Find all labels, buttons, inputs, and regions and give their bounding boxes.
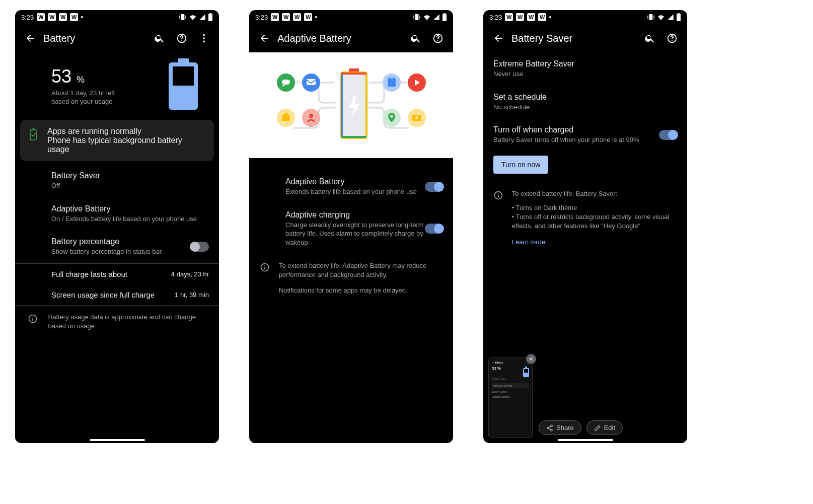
svg-point-34 bbox=[390, 115, 393, 118]
help-icon bbox=[176, 33, 187, 44]
adaptive-battery-toggle[interactable] bbox=[425, 182, 443, 192]
battery-saver-item[interactable]: Battery Saver Off bbox=[15, 164, 219, 197]
screen-usage-label: Screen usage since full charge bbox=[51, 291, 175, 299]
w-icon: W bbox=[293, 13, 301, 21]
full-charge-row[interactable]: Full charge lasts about 4 days, 23 hr bbox=[15, 264, 219, 284]
search-icon bbox=[644, 33, 655, 44]
adaptive-battery-screen: 3:23 W W W W Adaptive Battery bbox=[249, 10, 453, 443]
search-button[interactable] bbox=[149, 27, 171, 49]
more-dot-icon bbox=[81, 16, 83, 18]
battery-status-icon bbox=[208, 13, 213, 21]
wifi-icon bbox=[657, 13, 665, 21]
battery-settings-screen: 3:23 W W W W Battery bbox=[15, 10, 219, 443]
overflow-button[interactable] bbox=[193, 27, 215, 49]
arrow-back-icon bbox=[259, 33, 270, 44]
percentage-sub: Show battery percentage in status bar bbox=[51, 247, 191, 256]
svg-point-1 bbox=[181, 40, 182, 41]
battery-info-text: Battery usage data is approximate and ca… bbox=[48, 313, 209, 331]
adaptive-battery-item[interactable]: Adaptive Battery On / Extends battery li… bbox=[15, 197, 219, 231]
adaptive-info-footer: To extend battery life, Adaptive Battery… bbox=[249, 254, 453, 302]
more-dot-icon bbox=[549, 16, 551, 18]
search-button[interactable] bbox=[639, 27, 661, 49]
svg-rect-30 bbox=[389, 78, 391, 80]
full-charge-label: Full charge lasts about bbox=[51, 270, 171, 278]
help-icon bbox=[432, 33, 444, 44]
app-bar: Battery Saver bbox=[483, 24, 687, 52]
adaptive-battery-item[interactable]: Adaptive Battery Extends battery life ba… bbox=[249, 170, 453, 203]
help-button[interactable] bbox=[171, 27, 193, 49]
svg-point-8 bbox=[32, 316, 33, 317]
adaptive-sub: On / Extends battery life based on your … bbox=[51, 214, 209, 224]
screen-usage-value: 1 hr, 39 min bbox=[175, 291, 209, 299]
svg-rect-25 bbox=[284, 113, 287, 115]
back-button[interactable] bbox=[19, 27, 41, 49]
saver-info-bullet2: • Turns off or restricts background acti… bbox=[512, 212, 677, 231]
back-button[interactable] bbox=[487, 27, 509, 49]
battery-estimate-line2: based on your usage bbox=[51, 98, 169, 106]
nav-pill[interactable] bbox=[558, 439, 613, 441]
status-bar: 3:23 W W W W bbox=[483, 10, 687, 24]
battery-saver-screen: 3:23 W W W W Battery Saver Extreme Batte… bbox=[483, 10, 687, 443]
screenshot-close-button[interactable] bbox=[526, 354, 536, 364]
w-icon: W bbox=[516, 13, 524, 21]
vibrate-icon bbox=[179, 13, 187, 21]
nav-pill[interactable] bbox=[90, 439, 145, 441]
share-chip[interactable]: Share bbox=[539, 420, 581, 435]
screenshot-thumbnail[interactable]: ← Battery 53 % About 1 day... Apps are r… bbox=[488, 357, 533, 438]
adaptive-hero-illustration bbox=[249, 52, 453, 158]
extreme-saver-item[interactable]: Extreme Battery Saver Never use bbox=[483, 52, 687, 86]
percent-sign: % bbox=[77, 75, 85, 85]
signal-icon bbox=[433, 14, 440, 21]
battery-saver-sub: Off bbox=[51, 181, 209, 190]
adaptive-charging-sub: Charge steadily overnight to preserve lo… bbox=[285, 221, 425, 247]
turnoff-charged-item[interactable]: Turn off when charged Battery Saver turn… bbox=[483, 118, 687, 152]
apps-normal-card[interactable]: Apps are running normally Phone has typi… bbox=[20, 120, 214, 161]
battery-large-icon bbox=[169, 62, 198, 110]
battery-percent-value: 53 bbox=[51, 66, 71, 87]
signal-icon bbox=[199, 14, 206, 21]
battery-percentage-toggle[interactable] bbox=[191, 242, 209, 252]
turnoff-charged-toggle[interactable] bbox=[659, 130, 677, 140]
status-time: 3:23 bbox=[255, 14, 268, 21]
learn-more-link[interactable]: Learn more bbox=[512, 238, 677, 247]
search-button[interactable] bbox=[405, 27, 427, 49]
arrow-back-icon bbox=[493, 33, 504, 44]
w-icon: W bbox=[304, 13, 312, 21]
w-icon: W bbox=[282, 13, 290, 21]
battery-percentage-item[interactable]: Battery percentage Show battery percenta… bbox=[15, 230, 219, 263]
svg-rect-24 bbox=[282, 115, 290, 121]
help-icon bbox=[667, 33, 678, 44]
turnoff-title: Turn off when charged bbox=[493, 125, 659, 134]
back-button[interactable] bbox=[253, 27, 275, 49]
page-title: Battery bbox=[41, 33, 149, 44]
adaptive-info-text2: Notifications for some apps may be delay… bbox=[279, 286, 443, 295]
adaptive-charging-item[interactable]: Adaptive charging Charge steadily overni… bbox=[249, 203, 453, 254]
full-charge-value: 4 days, 23 hr bbox=[171, 270, 209, 278]
saver-info-footer: To extend battery life, Battery Saver: •… bbox=[483, 182, 687, 254]
svg-point-42 bbox=[672, 40, 672, 41]
svg-point-40 bbox=[265, 265, 266, 266]
svg-line-52 bbox=[549, 428, 551, 429]
saver-info-head: To extend battery life, Battery Saver: bbox=[512, 189, 677, 198]
schedule-item[interactable]: Set a schedule No schedule bbox=[483, 86, 687, 119]
share-label: Share bbox=[556, 424, 574, 431]
svg-rect-20 bbox=[282, 80, 290, 85]
turn-on-now-button[interactable]: Turn on now bbox=[493, 156, 548, 174]
svg-rect-5 bbox=[30, 130, 36, 140]
battery-hero: 53 % About 1 day, 23 hr left based on yo… bbox=[15, 52, 219, 117]
edit-chip[interactable]: Edit bbox=[586, 420, 623, 435]
w-icon: W bbox=[271, 13, 279, 21]
help-button[interactable] bbox=[661, 27, 683, 49]
w-icon: W bbox=[538, 13, 546, 21]
w-icon: W bbox=[527, 13, 535, 21]
svg-point-4 bbox=[203, 41, 205, 43]
app-bar: Adaptive Battery bbox=[249, 24, 453, 52]
adaptive-charging-toggle[interactable] bbox=[425, 224, 443, 234]
screen-usage-row[interactable]: Screen usage since full charge 1 hr, 39 … bbox=[15, 284, 219, 305]
adaptive-title: Adaptive Battery bbox=[51, 204, 209, 213]
share-icon bbox=[546, 424, 553, 431]
info-icon bbox=[260, 262, 270, 272]
svg-line-51 bbox=[549, 426, 551, 427]
svg-point-50 bbox=[551, 429, 553, 431]
help-button[interactable] bbox=[427, 27, 449, 49]
